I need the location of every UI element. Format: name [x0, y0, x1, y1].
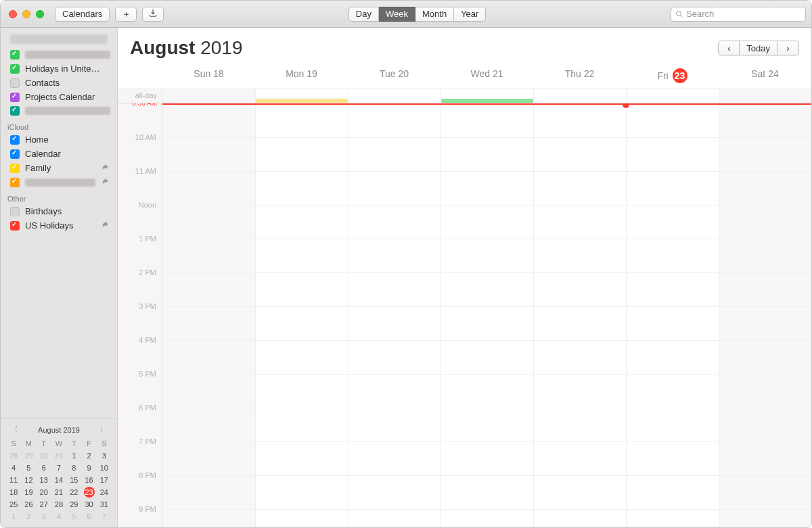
sidebar-item-contacts[interactable]: Contacts [1, 76, 117, 90]
mini-day[interactable]: 17 [97, 475, 112, 485]
sidebar-item-birthdays[interactable]: Birthdays [1, 204, 117, 218]
today-button[interactable]: Today [740, 41, 777, 55]
mini-day[interactable]: 15 [66, 475, 81, 485]
mini-day[interactable]: 24 [97, 487, 112, 498]
mini-day[interactable]: 16 [81, 475, 96, 485]
search-input[interactable]: Search [671, 7, 806, 22]
allday-event[interactable] [441, 99, 533, 103]
close-window-button[interactable] [9, 10, 17, 18]
day-column[interactable] [719, 103, 811, 527]
mini-day[interactable]: 14 [51, 475, 66, 485]
prev-week-button[interactable]: ‹ [718, 41, 740, 55]
sidebar-item-holidays-uk[interactable]: Holidays in Unite… [1, 62, 117, 76]
view-month-button[interactable]: Month [415, 7, 454, 22]
mini-day[interactable]: 2 [21, 511, 36, 522]
mini-day[interactable]: 2 [81, 450, 96, 461]
calendar-checkbox[interactable] [10, 93, 20, 102]
allday-event[interactable] [256, 99, 348, 103]
calendar-checkbox[interactable] [10, 207, 20, 216]
allday-cell[interactable] [533, 89, 626, 103]
calendar-checkbox[interactable] [10, 64, 20, 74]
day-column[interactable] [348, 103, 441, 527]
week-grid[interactable]: 10 AM11 AMNoon1 PM2 PM3 PM4 PM5 PM6 PM7 … [118, 103, 811, 527]
mini-day[interactable]: 5 [66, 511, 81, 522]
sidebar-item-home[interactable]: Home [1, 133, 117, 147]
mini-day[interactable]: 28 [51, 499, 66, 510]
allday-cell[interactable] [255, 89, 348, 103]
sidebar-item-cal-a[interactable] [1, 48, 117, 62]
sidebar-item-family[interactable]: Family [1, 161, 117, 175]
mini-day[interactable]: 7 [97, 511, 112, 522]
add-event-button[interactable]: ＋ [115, 7, 137, 22]
mini-day[interactable]: 18 [6, 487, 21, 498]
mini-next-button[interactable]: 〉 [97, 424, 110, 435]
mini-day[interactable]: 4 [51, 511, 66, 522]
calendar-checkbox[interactable] [10, 50, 20, 59]
mini-day[interactable]: 21 [51, 487, 66, 498]
sidebar-item-projects[interactable]: Projects Calendar [1, 90, 117, 104]
mini-day[interactable]: 19 [21, 487, 36, 498]
allday-cell[interactable] [626, 89, 719, 103]
mini-day[interactable]: 30 [81, 499, 96, 510]
day-header[interactable]: Tue 20 [348, 68, 441, 89]
allday-cell[interactable] [348, 89, 441, 103]
mini-day[interactable]: 29 [21, 450, 36, 461]
mini-day[interactable]: 26 [21, 499, 36, 510]
day-column[interactable] [255, 103, 348, 527]
calendar-checkbox[interactable] [10, 135, 20, 145]
view-year-button[interactable]: Year [454, 7, 486, 22]
mini-day[interactable]: 29 [66, 499, 81, 510]
calendar-checkbox[interactable] [10, 178, 20, 187]
mini-day[interactable]: 23 [81, 487, 96, 498]
day-header[interactable]: Sun 18 [162, 68, 255, 89]
allday-cell[interactable] [719, 89, 811, 103]
calendar-checkbox[interactable] [10, 78, 20, 88]
view-week-button[interactable]: Week [379, 7, 415, 22]
sidebar-item-cal-b[interactable] [1, 104, 117, 118]
mini-day[interactable]: 1 [6, 511, 21, 522]
day-column[interactable] [533, 103, 626, 527]
mini-day[interactable]: 7 [51, 462, 66, 473]
mini-day[interactable]: 6 [37, 462, 51, 473]
mini-day[interactable]: 25 [6, 499, 21, 510]
mini-day[interactable]: 22 [66, 487, 81, 498]
mini-day[interactable]: 4 [6, 462, 21, 473]
allday-cell[interactable] [162, 89, 255, 103]
sidebar-item-us-holidays[interactable]: US Holidays [1, 218, 117, 233]
day-column[interactable] [626, 103, 719, 527]
mini-day[interactable]: 28 [6, 450, 21, 461]
mini-day[interactable]: 6 [81, 511, 96, 522]
sidebar-item-cal-c[interactable] [1, 175, 117, 189]
day-header[interactable]: Thu 22 [533, 68, 626, 89]
mini-day[interactable]: 3 [37, 511, 51, 522]
mini-day[interactable]: 10 [97, 462, 112, 473]
mini-day[interactable]: 30 [37, 450, 51, 461]
mini-prev-button[interactable]: 〈 [7, 424, 21, 435]
minimize-window-button[interactable] [22, 10, 30, 18]
day-header[interactable]: Wed 21 [441, 68, 533, 89]
mini-day[interactable]: 31 [97, 499, 112, 510]
fullscreen-window-button[interactable] [36, 10, 44, 18]
day-column[interactable] [441, 103, 533, 527]
calendars-button[interactable]: Calendars [55, 7, 110, 22]
mini-day[interactable]: 13 [37, 475, 51, 485]
calendar-checkbox[interactable] [10, 164, 20, 173]
mini-day[interactable]: 1 [66, 450, 81, 461]
view-day-button[interactable]: Day [348, 7, 379, 22]
calendar-checkbox[interactable] [10, 149, 20, 159]
next-week-button[interactable]: › [777, 41, 799, 55]
mini-day[interactable]: 8 [66, 462, 81, 473]
mini-day[interactable]: 3 [97, 450, 112, 461]
mini-day[interactable]: 5 [21, 462, 36, 473]
day-header[interactable]: Mon 19 [255, 68, 348, 89]
calendar-checkbox[interactable] [10, 106, 20, 116]
mini-day[interactable]: 11 [6, 475, 21, 485]
mini-day[interactable]: 27 [37, 499, 51, 510]
mini-day[interactable]: 31 [51, 450, 66, 461]
day-header[interactable]: Fri 23 [626, 68, 719, 89]
calendar-checkbox[interactable] [10, 221, 20, 231]
mini-day[interactable]: 9 [81, 462, 96, 473]
allday-cell[interactable] [441, 89, 533, 103]
day-column[interactable] [162, 103, 255, 527]
inbox-button[interactable] [142, 7, 164, 22]
